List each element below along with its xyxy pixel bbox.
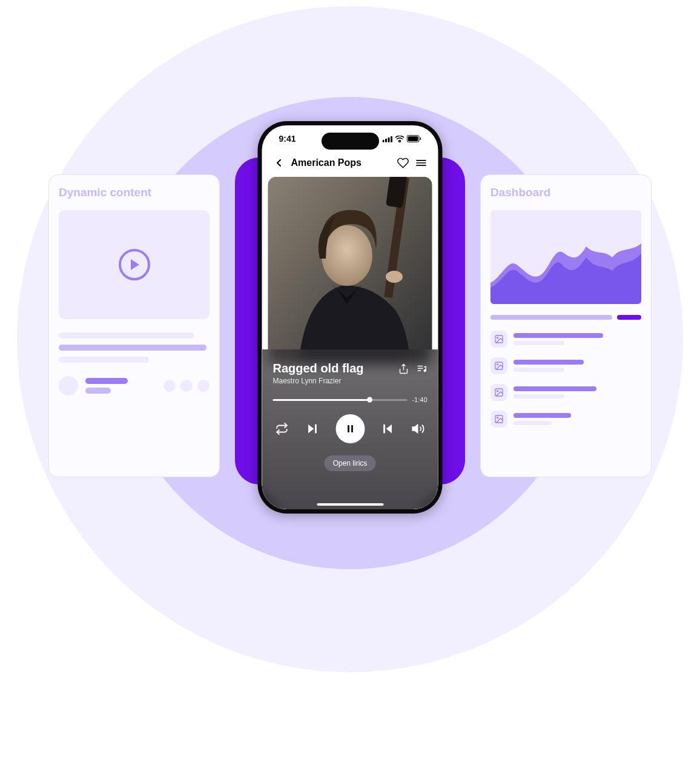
svg-rect-29	[348, 425, 349, 432]
pause-icon	[345, 423, 355, 434]
list-item	[490, 384, 641, 401]
back-icon[interactable]	[273, 157, 285, 169]
image-icon	[490, 357, 507, 374]
skeleton-stat-row	[490, 315, 641, 320]
svg-rect-30	[351, 425, 353, 432]
video-preview[interactable]	[59, 210, 210, 319]
skeleton-line	[59, 345, 206, 351]
phone-frame: 9:41 American Pops	[258, 121, 443, 514]
skeleton-line	[59, 357, 149, 363]
list-item	[490, 357, 641, 374]
dynamic-content-title: Dynamic content	[59, 186, 210, 199]
battery-icon	[407, 135, 421, 142]
player-panel: Ragged old flag Maestro Lynn Frazier -1:…	[262, 349, 438, 509]
status-time: 9:41	[279, 134, 296, 144]
skeleton-author-row	[59, 376, 210, 395]
svg-point-22	[386, 271, 403, 283]
cellular-icon	[383, 136, 393, 142]
svg-point-5	[497, 391, 498, 392]
album-artwork	[268, 177, 432, 365]
dynamic-content-card: Dynamic content	[48, 174, 220, 477]
open-lyrics-button[interactable]: Open lirics	[325, 455, 376, 471]
svg-rect-9	[385, 139, 387, 142]
menu-icon[interactable]	[415, 157, 428, 169]
phone-notch	[322, 133, 379, 150]
skeleton-line	[59, 332, 194, 339]
time-remaining: -1:40	[412, 396, 427, 403]
svg-point-7	[497, 417, 498, 418]
svg-marker-33	[412, 425, 417, 433]
home-indicator[interactable]	[317, 503, 383, 506]
pager-dot	[180, 380, 193, 392]
svg-rect-10	[388, 137, 390, 142]
next-icon[interactable]	[305, 422, 319, 435]
queue-icon[interactable]	[417, 363, 428, 374]
image-icon	[490, 411, 507, 428]
svg-rect-11	[391, 136, 392, 142]
image-icon	[490, 384, 507, 401]
volume-icon[interactable]	[412, 422, 425, 435]
svg-marker-27	[308, 425, 314, 434]
pager-dot	[163, 380, 176, 392]
dashboard-title: Dashboard	[490, 186, 641, 199]
track-title: Ragged old flag	[273, 362, 364, 375]
page-title: American Pops	[291, 157, 362, 168]
svg-rect-8	[383, 140, 385, 142]
svg-marker-31	[386, 425, 392, 434]
pause-button[interactable]	[335, 414, 365, 443]
share-icon[interactable]	[398, 363, 409, 374]
heart-icon[interactable]	[397, 157, 409, 169]
list-item	[490, 411, 641, 428]
dashboard-chart	[490, 210, 641, 304]
dashboard-card: Dashboard	[480, 174, 652, 477]
skeleton-line	[85, 378, 128, 384]
avatar-placeholder	[59, 376, 78, 395]
play-circle-icon[interactable]	[119, 249, 150, 280]
nav-bar: American Pops	[262, 157, 438, 169]
image-icon	[490, 331, 507, 348]
repeat-icon[interactable]	[276, 422, 289, 435]
progress-slider[interactable]	[273, 399, 408, 401]
svg-rect-28	[315, 425, 317, 434]
svg-rect-14	[420, 137, 421, 140]
list-item	[490, 331, 641, 348]
wifi-icon	[395, 136, 404, 142]
svg-rect-13	[408, 136, 418, 141]
svg-rect-32	[383, 425, 385, 434]
skeleton-line	[85, 388, 111, 394]
pager-dot	[197, 380, 210, 392]
svg-point-1	[497, 337, 498, 339]
svg-point-3	[497, 364, 498, 365]
track-artist: Maestro Lynn Frazier	[273, 377, 364, 385]
previous-icon[interactable]	[381, 422, 395, 435]
phone-screen: 9:41 American Pops	[262, 125, 438, 509]
